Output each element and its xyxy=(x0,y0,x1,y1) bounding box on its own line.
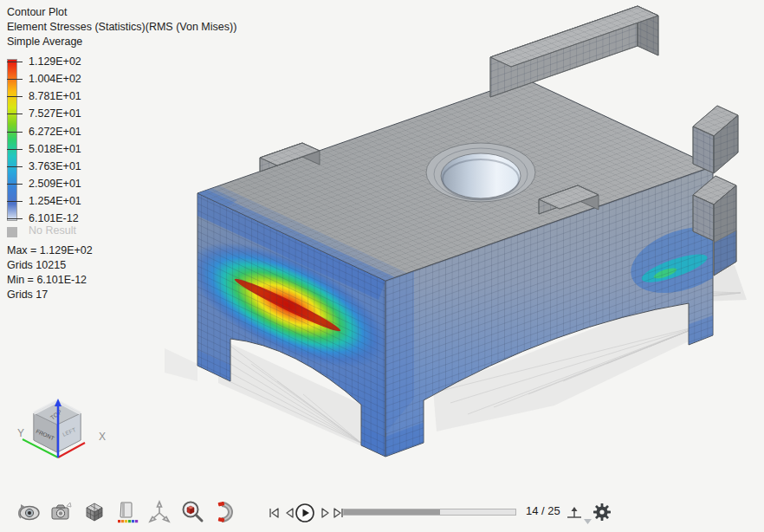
contour-averaging: Simple Average xyxy=(7,35,236,49)
camera-icon xyxy=(49,500,74,524)
contour-panel-button[interactable] xyxy=(113,499,139,525)
stat-min: Min = 6.101E-12 xyxy=(7,274,87,286)
contour-icon xyxy=(114,500,139,524)
legend-value: 7.527E+01 xyxy=(29,107,81,120)
deformed-shape-button[interactable] xyxy=(213,499,239,525)
legend-tick xyxy=(7,184,23,185)
play-icon xyxy=(295,503,315,523)
set-frame-button[interactable] xyxy=(566,504,583,522)
axes-icon xyxy=(147,500,172,524)
shaded-mesh-button[interactable] xyxy=(81,499,107,525)
legend-value: 1.129E+02 xyxy=(29,55,81,68)
legend-tick xyxy=(7,132,23,133)
search-cube-icon xyxy=(180,500,204,524)
legend-tick xyxy=(7,218,23,219)
first-frame-button[interactable] xyxy=(265,504,282,522)
legend-tick xyxy=(7,62,23,62)
cube-icon xyxy=(83,501,106,523)
first-frame-icon xyxy=(266,505,282,521)
legend-value: 2.509E+01 xyxy=(29,178,81,190)
stat-max: Max = 1.129E+02 xyxy=(7,244,93,256)
gear-icon xyxy=(592,503,612,522)
axis-y-label: Y xyxy=(17,427,24,439)
animation-slider-fill xyxy=(344,509,440,515)
legend-value: 6.272E+01 xyxy=(29,126,81,138)
model-rib xyxy=(490,6,658,97)
legend-colorbar[interactable] xyxy=(7,59,17,221)
model-top-hole xyxy=(426,143,535,202)
stat-min-grids: Grids 17 xyxy=(7,289,48,301)
legend-tick xyxy=(7,79,23,80)
visibility-options-button[interactable] xyxy=(16,499,42,525)
contour-header: Contour Plot Element Stresses (Statistic… xyxy=(7,5,236,49)
animation-options-caret[interactable] xyxy=(584,512,592,517)
hyperview-window: Contour Plot Element Stresses (Statistic… xyxy=(0,0,764,532)
snapshot-button[interactable] xyxy=(49,499,74,525)
frame-counter: 14 / 25 xyxy=(526,504,560,517)
contour-title: Contour Plot xyxy=(7,5,236,20)
axis-x-label: X xyxy=(99,431,106,443)
legend-tick xyxy=(7,149,23,150)
animation-settings-button[interactable] xyxy=(592,503,612,522)
stat-max-grids: Grids 10215 xyxy=(7,259,66,271)
chevron-down-icon xyxy=(584,519,592,524)
query-entity-button[interactable] xyxy=(179,499,205,525)
legend-value: 1.254E+01 xyxy=(29,195,81,207)
deformed-icon xyxy=(214,500,238,524)
legend-tick xyxy=(7,166,23,167)
legend-no-result-swatch xyxy=(7,227,17,237)
play-button[interactable] xyxy=(295,503,315,523)
bottom-toolbar: 14 / 25 xyxy=(0,494,764,532)
legend-value: 5.018E+01 xyxy=(29,143,81,155)
legend-tick xyxy=(7,201,23,202)
legend-tick xyxy=(7,114,23,114)
legend-value: 3.763E+01 xyxy=(29,160,81,172)
legend-tick xyxy=(7,96,23,97)
jump-to-frame-icon xyxy=(566,504,583,522)
model-tab-upper xyxy=(693,106,738,173)
legend-no-result-label: No Result xyxy=(29,224,76,237)
legend-value: 8.781E+01 xyxy=(29,90,81,102)
eye-icon xyxy=(17,500,42,524)
view-cube[interactable]: TOP FRONT LEFT Y X xyxy=(12,390,116,478)
legend-value: 1.004E+02 xyxy=(29,73,81,85)
axes-triad-button[interactable] xyxy=(146,499,172,525)
legend-value: 6.101E-12 xyxy=(29,212,79,224)
animation-slider[interactable] xyxy=(343,509,516,516)
contour-result-type: Element Stresses (Statistics)(RMS (Von M… xyxy=(7,20,236,35)
